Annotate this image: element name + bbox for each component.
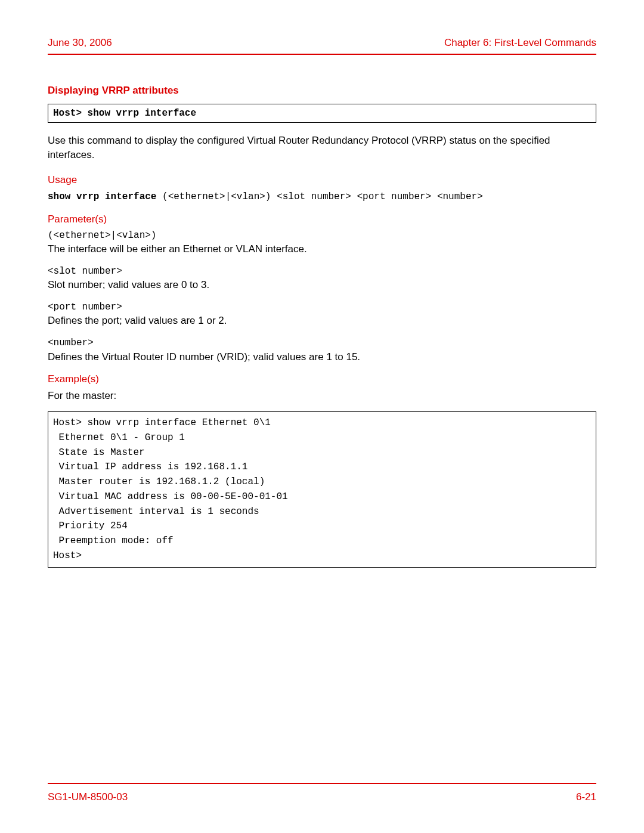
usage-command-rest: (<ethernet>|<vlan>) <slot number> <port … <box>156 191 482 202</box>
footer-doc-id: SG1-UM-8500-03 <box>48 790 128 804</box>
examples-heading: Example(s) <box>48 372 596 386</box>
parameter-description: Defines the Virtual Router ID number (VR… <box>48 350 596 364</box>
parameter-code: (<ethernet>|<vlan>) <box>48 229 596 242</box>
parameter-item: <port number> Defines the port; valid va… <box>48 301 596 328</box>
parameter-item: <number> Defines the Virtual Router ID n… <box>48 336 596 364</box>
parameter-description: The interface will be either an Ethernet… <box>48 242 596 256</box>
examples-intro: For the master: <box>48 389 596 403</box>
usage-syntax: show vrrp interface (<ethernet>|<vlan>) … <box>48 189 596 203</box>
parameter-code: <slot number> <box>48 265 596 278</box>
example-output-box: Host> show vrrp interface Ethernet 0\1 E… <box>48 411 596 568</box>
parameter-code: <port number> <box>48 301 596 314</box>
parameter-code: <number> <box>48 336 596 349</box>
parameter-description: Defines the port; valid values are 1 or … <box>48 314 596 328</box>
intro-paragraph: Use this command to display the configur… <box>48 134 596 162</box>
section-heading: Displaying VRRP attributes <box>48 83 596 98</box>
parameters-heading: Parameter(s) <box>48 212 596 227</box>
parameter-description: Slot number; valid values are 0 to 3. <box>48 278 596 292</box>
header-date: June 30, 2006 <box>48 36 112 50</box>
footer-page-number: 6-21 <box>576 790 596 804</box>
usage-command-bold: show vrrp interface <box>48 191 156 202</box>
usage-heading: Usage <box>48 173 596 187</box>
parameter-item: <slot number> Slot number; valid values … <box>48 265 596 292</box>
page-header: June 30, 2006 Chapter 6: First-Level Com… <box>48 36 596 55</box>
header-chapter: Chapter 6: First-Level Commands <box>444 36 596 50</box>
parameter-item: (<ethernet>|<vlan>) The interface will b… <box>48 229 596 256</box>
page-footer: SG1-UM-8500-03 6-21 <box>48 783 596 804</box>
command-syntax-box: Host> show vrrp interface <box>48 104 596 123</box>
